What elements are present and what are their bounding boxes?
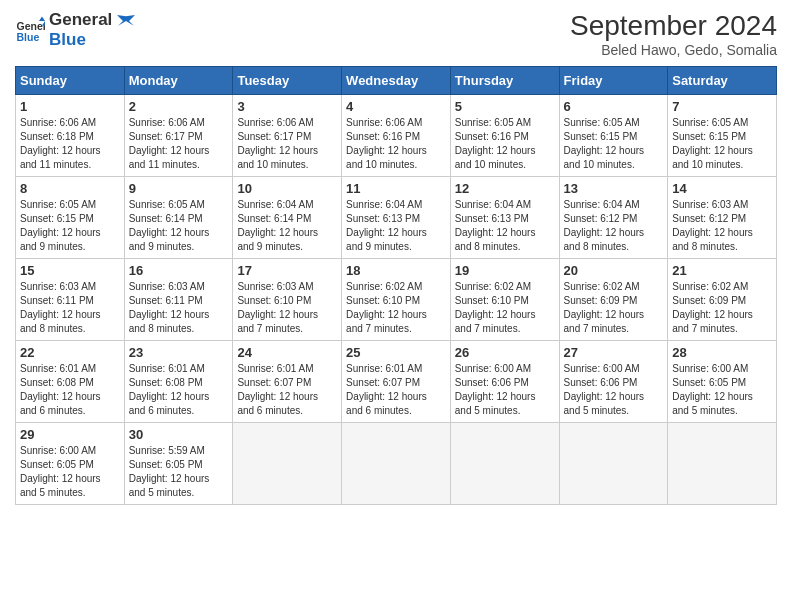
table-cell: 30Sunrise: 5:59 AM Sunset: 6:05 PM Dayli… xyxy=(124,423,233,505)
calendar-table: Sunday Monday Tuesday Wednesday Thursday… xyxy=(15,66,777,505)
month-title: September 2024 xyxy=(570,10,777,42)
table-cell: 24Sunrise: 6:01 AM Sunset: 6:07 PM Dayli… xyxy=(233,341,342,423)
day-info: Sunrise: 6:05 AM Sunset: 6:15 PM Dayligh… xyxy=(564,116,664,172)
logo-general: General xyxy=(49,10,135,30)
day-info: Sunrise: 6:00 AM Sunset: 6:05 PM Dayligh… xyxy=(20,444,120,500)
day-number: 23 xyxy=(129,345,229,360)
day-number: 14 xyxy=(672,181,772,196)
day-info: Sunrise: 6:00 AM Sunset: 6:05 PM Dayligh… xyxy=(672,362,772,418)
logo-bird-icon xyxy=(117,13,135,29)
col-sunday: Sunday xyxy=(16,67,125,95)
col-wednesday: Wednesday xyxy=(342,67,451,95)
table-cell: 16Sunrise: 6:03 AM Sunset: 6:11 PM Dayli… xyxy=(124,259,233,341)
logo-blue: Blue xyxy=(49,30,135,50)
svg-marker-2 xyxy=(39,17,45,22)
logo: General Blue General Blue xyxy=(15,10,135,51)
table-cell: 8Sunrise: 6:05 AM Sunset: 6:15 PM Daylig… xyxy=(16,177,125,259)
header-row: Sunday Monday Tuesday Wednesday Thursday… xyxy=(16,67,777,95)
day-info: Sunrise: 6:00 AM Sunset: 6:06 PM Dayligh… xyxy=(455,362,555,418)
day-info: Sunrise: 6:01 AM Sunset: 6:07 PM Dayligh… xyxy=(346,362,446,418)
day-number: 9 xyxy=(129,181,229,196)
day-info: Sunrise: 6:00 AM Sunset: 6:06 PM Dayligh… xyxy=(564,362,664,418)
table-cell: 28Sunrise: 6:00 AM Sunset: 6:05 PM Dayli… xyxy=(668,341,777,423)
day-info: Sunrise: 6:01 AM Sunset: 6:07 PM Dayligh… xyxy=(237,362,337,418)
table-cell: 3Sunrise: 6:06 AM Sunset: 6:17 PM Daylig… xyxy=(233,95,342,177)
table-cell: 6Sunrise: 6:05 AM Sunset: 6:15 PM Daylig… xyxy=(559,95,668,177)
logo-icon: General Blue xyxy=(15,15,45,45)
day-number: 19 xyxy=(455,263,555,278)
table-cell: 11Sunrise: 6:04 AM Sunset: 6:13 PM Dayli… xyxy=(342,177,451,259)
day-number: 4 xyxy=(346,99,446,114)
day-number: 29 xyxy=(20,427,120,442)
day-number: 22 xyxy=(20,345,120,360)
day-info: Sunrise: 6:04 AM Sunset: 6:13 PM Dayligh… xyxy=(455,198,555,254)
day-info: Sunrise: 6:05 AM Sunset: 6:16 PM Dayligh… xyxy=(455,116,555,172)
table-cell: 17Sunrise: 6:03 AM Sunset: 6:10 PM Dayli… xyxy=(233,259,342,341)
day-number: 7 xyxy=(672,99,772,114)
day-info: Sunrise: 6:04 AM Sunset: 6:13 PM Dayligh… xyxy=(346,198,446,254)
day-info: Sunrise: 6:06 AM Sunset: 6:16 PM Dayligh… xyxy=(346,116,446,172)
table-cell xyxy=(342,423,451,505)
day-info: Sunrise: 6:01 AM Sunset: 6:08 PM Dayligh… xyxy=(129,362,229,418)
table-cell xyxy=(450,423,559,505)
col-tuesday: Tuesday xyxy=(233,67,342,95)
day-number: 27 xyxy=(564,345,664,360)
day-number: 26 xyxy=(455,345,555,360)
table-cell: 22Sunrise: 6:01 AM Sunset: 6:08 PM Dayli… xyxy=(16,341,125,423)
location: Beled Hawo, Gedo, Somalia xyxy=(570,42,777,58)
table-cell: 29Sunrise: 6:00 AM Sunset: 6:05 PM Dayli… xyxy=(16,423,125,505)
day-info: Sunrise: 6:06 AM Sunset: 6:17 PM Dayligh… xyxy=(129,116,229,172)
table-cell: 1Sunrise: 6:06 AM Sunset: 6:18 PM Daylig… xyxy=(16,95,125,177)
day-info: Sunrise: 6:05 AM Sunset: 6:15 PM Dayligh… xyxy=(20,198,120,254)
table-cell xyxy=(233,423,342,505)
day-info: Sunrise: 6:06 AM Sunset: 6:18 PM Dayligh… xyxy=(20,116,120,172)
table-cell: 9Sunrise: 6:05 AM Sunset: 6:14 PM Daylig… xyxy=(124,177,233,259)
day-info: Sunrise: 6:04 AM Sunset: 6:12 PM Dayligh… xyxy=(564,198,664,254)
table-cell: 27Sunrise: 6:00 AM Sunset: 6:06 PM Dayli… xyxy=(559,341,668,423)
day-number: 18 xyxy=(346,263,446,278)
table-cell: 14Sunrise: 6:03 AM Sunset: 6:12 PM Dayli… xyxy=(668,177,777,259)
col-monday: Monday xyxy=(124,67,233,95)
calendar-row: 1Sunrise: 6:06 AM Sunset: 6:18 PM Daylig… xyxy=(16,95,777,177)
col-saturday: Saturday xyxy=(668,67,777,95)
day-number: 11 xyxy=(346,181,446,196)
day-number: 2 xyxy=(129,99,229,114)
title-block: September 2024 Beled Hawo, Gedo, Somalia xyxy=(570,10,777,58)
calendar-row: 22Sunrise: 6:01 AM Sunset: 6:08 PM Dayli… xyxy=(16,341,777,423)
day-number: 25 xyxy=(346,345,446,360)
table-cell xyxy=(559,423,668,505)
day-number: 21 xyxy=(672,263,772,278)
day-info: Sunrise: 6:04 AM Sunset: 6:14 PM Dayligh… xyxy=(237,198,337,254)
table-cell: 21Sunrise: 6:02 AM Sunset: 6:09 PM Dayli… xyxy=(668,259,777,341)
day-info: Sunrise: 6:02 AM Sunset: 6:10 PM Dayligh… xyxy=(455,280,555,336)
day-number: 17 xyxy=(237,263,337,278)
day-info: Sunrise: 6:05 AM Sunset: 6:15 PM Dayligh… xyxy=(672,116,772,172)
day-info: Sunrise: 6:01 AM Sunset: 6:08 PM Dayligh… xyxy=(20,362,120,418)
day-number: 5 xyxy=(455,99,555,114)
day-info: Sunrise: 6:03 AM Sunset: 6:11 PM Dayligh… xyxy=(129,280,229,336)
day-number: 6 xyxy=(564,99,664,114)
col-friday: Friday xyxy=(559,67,668,95)
table-cell: 4Sunrise: 6:06 AM Sunset: 6:16 PM Daylig… xyxy=(342,95,451,177)
table-cell: 13Sunrise: 6:04 AM Sunset: 6:12 PM Dayli… xyxy=(559,177,668,259)
day-info: Sunrise: 6:03 AM Sunset: 6:10 PM Dayligh… xyxy=(237,280,337,336)
table-cell: 23Sunrise: 6:01 AM Sunset: 6:08 PM Dayli… xyxy=(124,341,233,423)
day-info: Sunrise: 6:03 AM Sunset: 6:12 PM Dayligh… xyxy=(672,198,772,254)
calendar-body: 1Sunrise: 6:06 AM Sunset: 6:18 PM Daylig… xyxy=(16,95,777,505)
svg-marker-4 xyxy=(117,15,135,26)
table-cell: 12Sunrise: 6:04 AM Sunset: 6:13 PM Dayli… xyxy=(450,177,559,259)
day-number: 24 xyxy=(237,345,337,360)
day-number: 20 xyxy=(564,263,664,278)
day-info: Sunrise: 6:02 AM Sunset: 6:09 PM Dayligh… xyxy=(672,280,772,336)
day-info: Sunrise: 5:59 AM Sunset: 6:05 PM Dayligh… xyxy=(129,444,229,500)
table-cell xyxy=(668,423,777,505)
day-number: 13 xyxy=(564,181,664,196)
day-info: Sunrise: 6:06 AM Sunset: 6:17 PM Dayligh… xyxy=(237,116,337,172)
table-cell: 19Sunrise: 6:02 AM Sunset: 6:10 PM Dayli… xyxy=(450,259,559,341)
day-number: 8 xyxy=(20,181,120,196)
table-cell: 7Sunrise: 6:05 AM Sunset: 6:15 PM Daylig… xyxy=(668,95,777,177)
calendar-row: 15Sunrise: 6:03 AM Sunset: 6:11 PM Dayli… xyxy=(16,259,777,341)
table-cell: 15Sunrise: 6:03 AM Sunset: 6:11 PM Dayli… xyxy=(16,259,125,341)
page-header: General Blue General Blue September 2024 xyxy=(15,10,777,58)
day-number: 28 xyxy=(672,345,772,360)
